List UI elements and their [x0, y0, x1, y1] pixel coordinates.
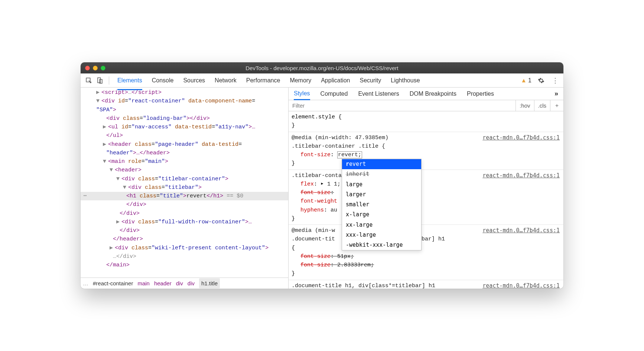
device-toolbar-icon[interactable] [95, 76, 104, 85]
source-link[interactable]: react-mdn.0…f7b4d.css:1 [482, 282, 560, 289]
main-area: ▶<script>…</script> ▼<div id="react-cont… [81, 88, 563, 289]
close-window-button[interactable] [85, 66, 90, 70]
css-value-editing[interactable]: revert; [337, 151, 362, 158]
autocomplete-item[interactable]: larger [342, 190, 421, 200]
toolbar-separator [109, 76, 109, 85]
settings-icon[interactable] [537, 76, 546, 85]
autocomplete-dropdown[interactable]: revert inherit large larger smaller x-la… [342, 159, 422, 250]
crumb-main[interactable]: main [137, 280, 150, 286]
css-rule-1[interactable]: react-mdn.0…f7b4d.css:1 @media (min-widt… [289, 132, 563, 170]
tab-memory[interactable]: Memory [290, 74, 311, 87]
tab-application[interactable]: Application [321, 74, 350, 87]
tab-performance[interactable]: Performance [246, 74, 280, 87]
source-link[interactable]: react-mdn.0…f7b4d.css:1 [482, 134, 560, 142]
crumb-header[interactable]: header [154, 280, 172, 286]
autocomplete-item[interactable]: revert [342, 159, 421, 169]
panel-tabs: Elements Console Sources Network Perform… [117, 74, 518, 87]
css-rule-4[interactable]: react-mdn.0…f7b4d.css:1 .document-title … [289, 280, 563, 289]
selected-dom-node[interactable]: ⋯ <h1 class="title">revert</h1> == $0 [81, 192, 288, 200]
minimize-window-button[interactable] [93, 66, 98, 70]
tab-network[interactable]: Network [215, 74, 237, 87]
css-rule-2[interactable]: react-mdn.0…f7b4d.css:1 .titlebar-contai… [289, 170, 563, 225]
crumb-div1[interactable]: div [176, 280, 183, 286]
css-rule-3[interactable]: react-mdn.0…f7b4d.css:1 @media (min-w .d… [289, 225, 563, 280]
subtab-styles[interactable]: Styles [294, 90, 310, 100]
maximize-window-button[interactable] [101, 66, 105, 70]
ac-text: evert [349, 161, 366, 167]
autocomplete-item[interactable]: inherit [342, 169, 421, 179]
autocomplete-item[interactable]: x-large [342, 210, 421, 220]
devtools-toolbar: Elements Console Sources Network Perform… [81, 73, 563, 88]
hov-button[interactable]: :hov [515, 100, 534, 111]
source-link[interactable]: react-mdn.0…f7b4d.css:1 [482, 171, 560, 180]
inspect-element-icon[interactable] [84, 76, 93, 85]
tab-sources[interactable]: Sources [183, 74, 205, 87]
styles-subtabs: Styles Computed Event Listeners DOM Brea… [289, 88, 563, 100]
crumb-div2[interactable]: div [188, 280, 195, 286]
styles-filter-row: :hov .cls ＋ [289, 100, 563, 111]
warnings-badge[interactable]: ▲ 1 [521, 77, 531, 84]
subtab-more-icon[interactable]: » [554, 90, 558, 98]
dom-tree[interactable]: ▶<script>…</script> ▼<div id="react-cont… [81, 88, 288, 278]
autocomplete-item[interactable]: -webkit-xxx-large [342, 240, 421, 250]
styles-filter-input[interactable] [289, 102, 515, 109]
new-style-rule-button[interactable]: ＋ [550, 100, 563, 111]
cls-button[interactable]: .cls [534, 100, 550, 111]
traffic-lights [85, 66, 105, 70]
source-link[interactable]: react-mdn.0…f7b4d.css:1 [482, 226, 560, 235]
warning-count: 1 [528, 77, 531, 84]
window-title: DevTools - developer.mozilla.org/en-US/d… [81, 65, 563, 71]
subtab-properties[interactable]: Properties [467, 91, 494, 97]
tab-console[interactable]: Console [152, 74, 174, 87]
devtools-window: DevTools - developer.mozilla.org/en-US/d… [81, 62, 563, 289]
crumb-h1-title[interactable]: h1.title [199, 278, 220, 288]
autocomplete-item[interactable]: smaller [342, 200, 421, 210]
autocomplete-item[interactable]: large [342, 180, 421, 190]
autocomplete-item[interactable]: xx-large [342, 220, 421, 230]
styles-body[interactable]: element.style { } react-mdn.0…f7b4d.css:… [289, 111, 563, 289]
warning-icon: ▲ [521, 77, 527, 84]
elements-panel: ▶<script>…</script> ▼<div id="react-cont… [81, 88, 289, 289]
tab-security[interactable]: Security [360, 74, 381, 87]
more-menu-icon[interactable]: ⋮ [551, 76, 560, 85]
breadcrumb-ellipsis[interactable]: … [83, 280, 88, 286]
styles-panel: Styles Computed Event Listeners DOM Brea… [289, 88, 563, 289]
breadcrumb: … #react-container main header div div h… [81, 278, 288, 289]
svg-rect-1 [98, 78, 101, 83]
crumb-react-container[interactable]: #react-container [93, 280, 133, 286]
subtab-event-listeners[interactable]: Event Listeners [358, 91, 399, 97]
subtab-computed[interactable]: Computed [321, 91, 348, 97]
element-style-rule[interactable]: element.style { } [289, 111, 563, 132]
autocomplete-item[interactable]: xxx-large [342, 230, 421, 240]
subtab-dom-breakpoints[interactable]: DOM Breakpoints [410, 91, 456, 97]
tab-lighthouse[interactable]: Lighthouse [391, 74, 420, 87]
window-titlebar: DevTools - developer.mozilla.org/en-US/d… [81, 62, 563, 73]
toolbar-right: ▲ 1 ⋮ [521, 76, 560, 85]
